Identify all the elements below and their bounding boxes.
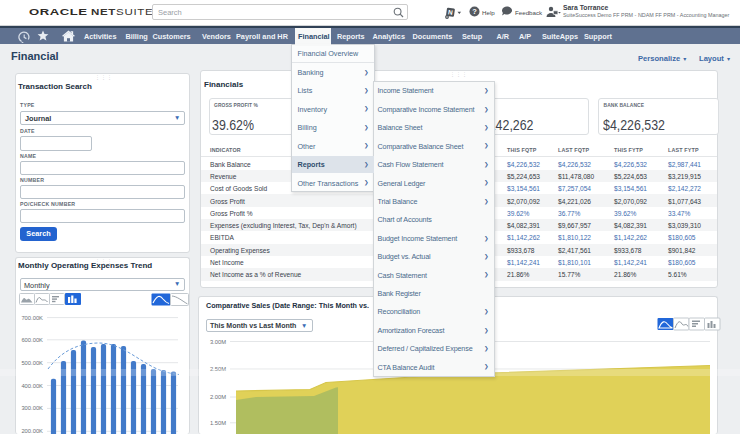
svg-text:1.50M: 1.50M <box>210 420 226 426</box>
svg-text:3.00M: 3.00M <box>210 339 226 345</box>
svg-text:600.00K: 600.00K <box>21 337 43 343</box>
svg-text:700.00K: 700.00K <box>21 315 43 321</box>
svg-text:400.00K: 400.00K <box>21 383 43 389</box>
svg-text:200.00K: 200.00K <box>21 428 43 434</box>
svg-text:500.00K: 500.00K <box>21 360 43 366</box>
svg-text:300.00K: 300.00K <box>21 405 43 411</box>
svg-text:?: ? <box>472 7 477 16</box>
svg-text:2.00M: 2.00M <box>210 394 226 400</box>
